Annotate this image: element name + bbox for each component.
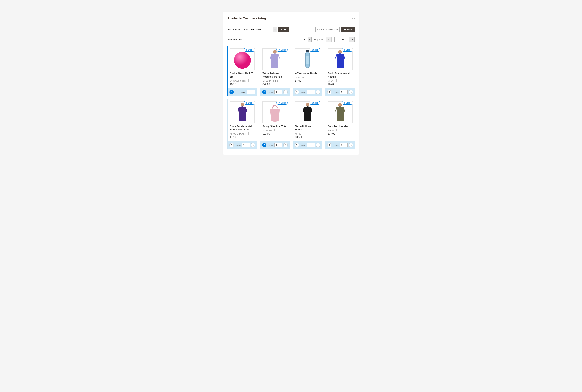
- card-footer: page→: [293, 141, 322, 149]
- arrow-right-icon[interactable]: →: [343, 91, 347, 93]
- product-card[interactable]: In StockTeton Pullover Hoodie-M-PurpleMH…: [260, 46, 290, 96]
- chevron-up-icon: [350, 91, 352, 93]
- card-page-box: →: [340, 90, 348, 94]
- next-page-button[interactable]: [349, 36, 355, 42]
- copy-icon[interactable]: [302, 132, 304, 135]
- pin-button[interactable]: [262, 90, 266, 94]
- product-card[interactable]: In StockStark Fundamental HoodieMH06$24.…: [325, 46, 355, 96]
- copy-icon[interactable]: [246, 80, 249, 82]
- stock-badge: In Stock: [276, 101, 288, 104]
- product-card[interactable]: In StockAffirm Water Bottle24-UG06$7.00p…: [293, 46, 322, 96]
- chevron-up-icon: [252, 144, 254, 146]
- card-page-input[interactable]: [242, 143, 245, 147]
- copy-icon[interactable]: [246, 132, 249, 135]
- card-page-label: page: [236, 144, 241, 146]
- pin-button[interactable]: [327, 143, 332, 147]
- product-price: $70.00: [262, 83, 287, 86]
- svg-rect-4: [306, 56, 309, 64]
- move-up-button[interactable]: [349, 90, 353, 94]
- product-sku: MH06-M-Purple: [230, 132, 255, 135]
- move-up-button[interactable]: [316, 143, 320, 147]
- product-card[interactable]: In StockSprite Stasis Ball 75 cm24-WG083…: [227, 46, 257, 96]
- collapse-button[interactable]: [351, 16, 355, 20]
- arrow-right-icon[interactable]: →: [343, 144, 347, 146]
- arrow-right-icon[interactable]: →: [245, 144, 250, 146]
- move-up-button[interactable]: [283, 90, 288, 94]
- product-name: Affirm Water Bottle: [295, 72, 320, 75]
- prev-page-button[interactable]: [326, 36, 332, 42]
- product-name: Sprite Stasis Ball 75 cm: [230, 72, 255, 78]
- card-page-input[interactable]: [340, 143, 343, 147]
- sort-label: Sort Order: [227, 28, 240, 31]
- product-thumbnail: [262, 102, 287, 123]
- sort-button[interactable]: Sort: [278, 27, 289, 32]
- product-name: Oslo Trek Hoodie: [328, 125, 352, 128]
- pin-button[interactable]: [295, 143, 299, 147]
- product-price: $32.00: [262, 132, 287, 135]
- move-up-button[interactable]: [316, 90, 320, 94]
- card-page-label: page: [269, 91, 273, 93]
- product-price: $24.00: [328, 83, 352, 86]
- product-card[interactable]: In StockSavvy Shoulder Tote24-WB05$32.00…: [260, 99, 290, 149]
- card-page-box: →: [274, 143, 282, 147]
- per-page-select[interactable]: [301, 37, 312, 42]
- arrow-right-icon[interactable]: →: [278, 91, 282, 93]
- copy-icon[interactable]: [334, 80, 337, 82]
- panel-title: Products Merchandising: [227, 16, 266, 20]
- visible-items-label: Visible items:: [227, 38, 244, 41]
- stock-badge: In Stock: [309, 48, 320, 52]
- product-card[interactable]: In StockOslo Trek HoodieMH08$33.00page→: [325, 99, 355, 149]
- move-up-button[interactable]: [283, 143, 288, 147]
- arrow-right-icon[interactable]: →: [311, 91, 315, 93]
- sort-select[interactable]: Price: Ascending: [242, 27, 277, 32]
- pin-button[interactable]: [229, 143, 234, 147]
- copy-icon[interactable]: [305, 76, 307, 78]
- pin-icon: [231, 91, 233, 93]
- card-page-input[interactable]: [307, 90, 311, 94]
- product-sku: 24-WG083-pink: [230, 80, 255, 82]
- product-card[interactable]: In StockTeton Pullover HoodieMH02$33.00p…: [293, 99, 322, 149]
- pin-button[interactable]: [295, 90, 299, 94]
- card-page-input[interactable]: [247, 90, 251, 94]
- chevron-up-icon: [285, 144, 287, 146]
- merchandising-panel: Products Merchandising Sort Order Price:…: [223, 12, 359, 155]
- move-up-button[interactable]: [251, 143, 255, 147]
- chevron-up-icon: [350, 144, 352, 146]
- card-page-input[interactable]: [275, 90, 278, 94]
- pin-button[interactable]: [229, 90, 234, 94]
- pin-icon: [263, 144, 265, 146]
- svg-point-0: [234, 52, 251, 68]
- per-page-input[interactable]: [301, 37, 308, 42]
- card-page-input[interactable]: [275, 143, 278, 147]
- pin-button[interactable]: [262, 143, 266, 147]
- copy-icon[interactable]: [273, 129, 275, 132]
- stock-badge: In Stock: [342, 101, 353, 104]
- card-body: In StockOslo Trek HoodieMH08$33.00: [325, 99, 355, 141]
- product-thumbnail: [230, 48, 255, 70]
- card-body: In StockSprite Stasis Ball 75 cm24-WG083…: [228, 46, 257, 88]
- card-page-box: →: [340, 143, 348, 147]
- arrow-right-icon[interactable]: →: [311, 144, 315, 146]
- product-thumbnail: [230, 102, 255, 123]
- card-page-label: page: [334, 91, 339, 93]
- pin-button[interactable]: [327, 90, 332, 94]
- card-footer: page→: [260, 141, 289, 149]
- page-input[interactable]: [334, 36, 341, 42]
- card-page-input[interactable]: [307, 143, 311, 147]
- move-up-button[interactable]: [349, 143, 353, 147]
- card-page-input[interactable]: [340, 90, 343, 94]
- card-footer: page→: [293, 88, 322, 96]
- copy-icon[interactable]: [334, 129, 337, 132]
- panel-header: Products Merchandising: [227, 16, 355, 20]
- card-footer: page→: [260, 88, 289, 96]
- arrow-right-icon[interactable]: →: [251, 91, 255, 93]
- search-input[interactable]: [315, 27, 340, 32]
- card-body: In StockTeton Pullover Hoodie-M-PurpleMH…: [260, 46, 289, 88]
- copy-icon[interactable]: [279, 80, 281, 82]
- search-button[interactable]: Search: [341, 27, 355, 32]
- card-body: In StockTeton Pullover HoodieMH02$33.00: [293, 99, 322, 141]
- arrow-right-icon[interactable]: →: [278, 144, 282, 146]
- card-body: In StockSavvy Shoulder Tote24-WB05$32.00: [260, 99, 289, 141]
- sort-select-input[interactable]: Price: Ascending: [242, 27, 273, 32]
- product-card[interactable]: In StockStark Fundamental Hoodie-M-Purpl…: [227, 99, 257, 149]
